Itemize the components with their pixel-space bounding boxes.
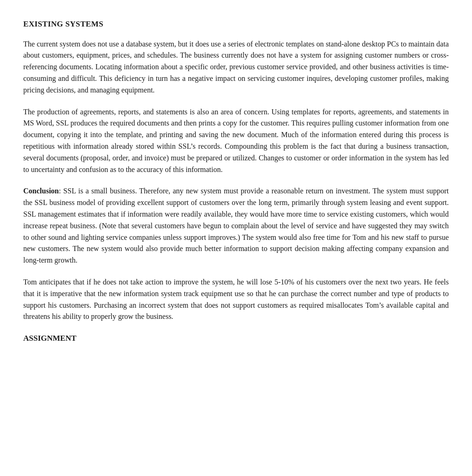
paragraph-3-conclusion: Conclusion: SSL is a small business. The… — [23, 185, 449, 266]
paragraph-2: The production of agreements, reports, a… — [23, 106, 449, 176]
paragraph-1: The current system does not use a databa… — [23, 39, 449, 96]
conclusion-text: : SSL is a small business. Therefore, an… — [23, 187, 449, 264]
section-title: EXISTING SYSTEMS — [23, 19, 449, 30]
next-section-title-partial: ASSIGNMENT — [23, 333, 449, 344]
conclusion-bold-label: Conclusion — [23, 187, 59, 195]
paragraph-4: Tom anticipates that if he does not take… — [23, 277, 449, 323]
